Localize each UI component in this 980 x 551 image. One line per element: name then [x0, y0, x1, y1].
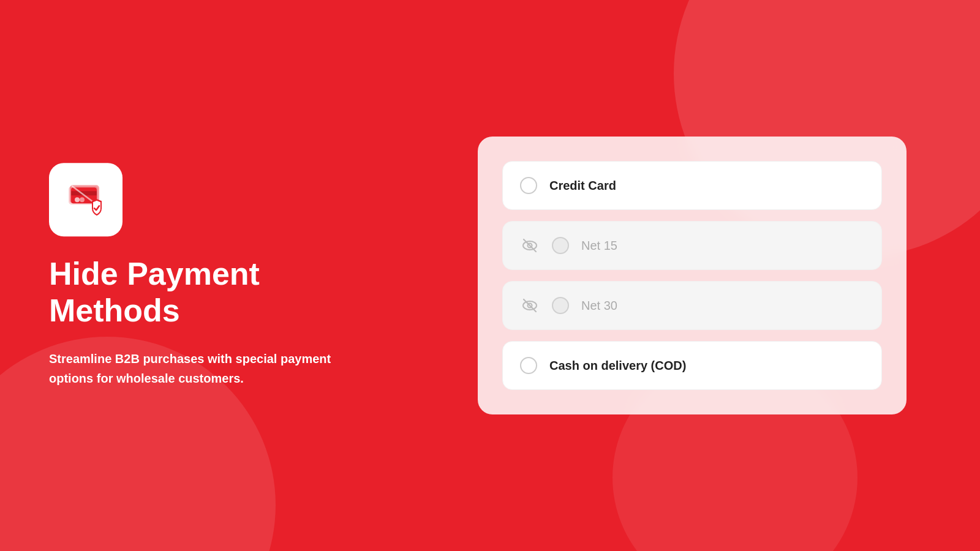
payment-option-net-30[interactable]: Net 30 — [502, 281, 882, 330]
payment-options-card: Credit Card Net 15 Net 30 — [478, 137, 907, 414]
eye-slash-icon-net15 — [520, 236, 540, 255]
radio-credit-card[interactable] — [520, 177, 537, 194]
radio-net-15[interactable] — [552, 237, 569, 254]
net-15-label: Net 15 — [581, 239, 617, 253]
credit-card-label: Credit Card — [549, 179, 616, 193]
payment-option-cod[interactable]: Cash on delivery (COD) — [502, 341, 882, 390]
app-description: Streamline B2B purchases with special pa… — [49, 349, 343, 388]
app-icon — [49, 163, 123, 236]
payment-option-credit-card[interactable]: Credit Card — [502, 161, 882, 210]
svg-point-4 — [75, 197, 80, 202]
radio-net-30[interactable] — [552, 297, 569, 314]
left-panel: Hide Payment Methods Streamline B2B purc… — [49, 163, 343, 388]
payment-option-net-15[interactable]: Net 15 — [502, 221, 882, 270]
svg-point-5 — [80, 197, 85, 202]
net-30-label: Net 30 — [581, 299, 617, 313]
eye-slash-icon-net30 — [520, 296, 540, 315]
right-panel: Credit Card Net 15 Net 30 — [478, 137, 907, 414]
app-title: Hide Payment Methods — [49, 256, 343, 329]
radio-cod[interactable] — [520, 357, 537, 374]
app-icon-svg — [64, 178, 108, 222]
cod-label: Cash on delivery (COD) — [549, 359, 686, 373]
